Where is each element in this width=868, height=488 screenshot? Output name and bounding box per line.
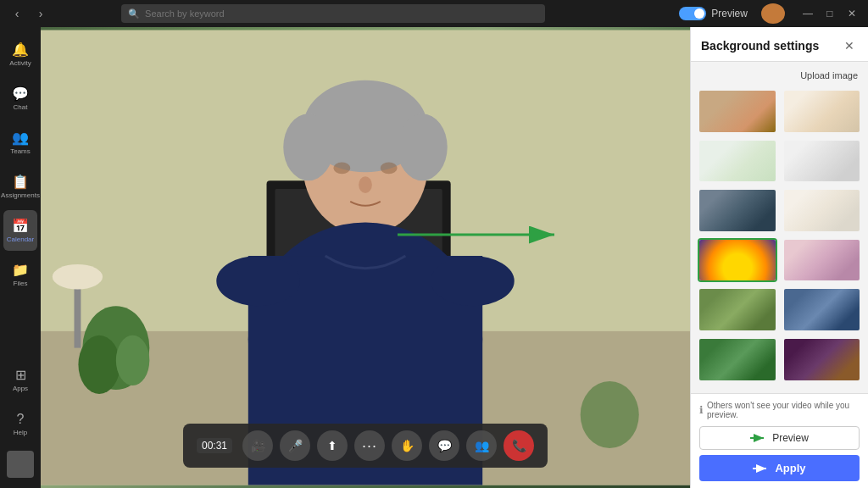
background-settings-panel: Background settings ✕ Upload image <box>690 27 868 488</box>
bg-panel-content: Upload image <box>691 62 868 393</box>
svg-point-5 <box>78 336 120 394</box>
bg-thumb-1[interactable] <box>782 89 862 134</box>
sidebar-item-assignments[interactable]: 📋 Assignments <box>3 166 37 207</box>
sidebar-item-apps[interactable]: ⊞ Apps <box>3 359 37 400</box>
sidebar-bottom-icon[interactable] <box>7 451 34 478</box>
upload-image-button[interactable]: Upload image <box>797 69 861 82</box>
bg-thumb-6[interactable] <box>698 238 777 283</box>
apply-arrow-icon <box>753 463 770 474</box>
bg-thumb-inner-5 <box>784 190 860 231</box>
maximize-button[interactable]: □ <box>821 4 839 23</box>
close-window-button[interactable]: ✕ <box>843 4 861 23</box>
apply-btn-label: Apply <box>775 462 805 474</box>
bg-thumb-inner-8 <box>699 289 776 330</box>
activity-icon: 🔔 <box>12 42 29 58</box>
svg-rect-8 <box>74 281 81 348</box>
bg-thumb-inner-3 <box>784 141 860 182</box>
minimize-button[interactable]: — <box>798 4 817 23</box>
bg-thumb-inner-1 <box>784 91 860 132</box>
bg-thumb-8[interactable] <box>698 287 777 332</box>
preview-toggle-switch[interactable] <box>679 7 706 20</box>
nav-back-button[interactable]: ‹ <box>7 3 27 24</box>
search-icon: 🔍 <box>128 8 140 19</box>
more-options-button[interactable]: ··· <box>354 430 385 461</box>
sidebar-label-help: Help <box>14 429 27 436</box>
participants-button[interactable]: 👥 <box>466 430 497 461</box>
footer-note: ℹ Others won't see your video while you … <box>699 401 860 419</box>
video-button[interactable]: 🎥 <box>242 430 273 461</box>
footer-note-text: Others won't see your video while you pr… <box>707 401 860 419</box>
sidebar: 🔔 Activity 💬 Chat 👥 Teams 📋 Assignments … <box>0 27 41 488</box>
chat-control-button[interactable]: 💬 <box>429 430 459 461</box>
sidebar-label-teams: Teams <box>10 147 31 155</box>
mic-button[interactable]: 🎤 <box>280 430 310 461</box>
window-controls: — □ ✕ <box>798 4 861 23</box>
bg-thumb-7[interactable] <box>782 238 862 283</box>
bg-thumb-inner-0 <box>699 91 776 132</box>
sidebar-item-activity[interactable]: 🔔 Activity <box>3 34 37 75</box>
calendar-icon: 📅 <box>12 218 29 234</box>
sidebar-item-teams[interactable]: 👥 Teams <box>3 122 37 163</box>
sidebar-item-files[interactable]: 📁 Files <box>3 254 37 295</box>
bg-thumb-inner-11 <box>784 339 860 380</box>
help-icon: ? <box>17 412 25 427</box>
bg-thumb-inner-9 <box>784 289 860 330</box>
sidebar-label-calendar: Calendar <box>7 236 34 243</box>
bg-thumb-10[interactable] <box>698 337 777 382</box>
bg-thumb-5[interactable] <box>782 188 862 233</box>
call-timer: 00:31 <box>197 438 232 453</box>
bg-thumb-9[interactable] <box>782 287 862 332</box>
title-bar: ‹ › 🔍 Preview — □ ✕ <box>0 0 868 27</box>
bg-thumb-0[interactable] <box>698 89 777 134</box>
sidebar-label-assignments: Assignments <box>1 191 40 199</box>
sidebar-label-files: Files <box>14 280 28 287</box>
bg-panel-close-button[interactable]: ✕ <box>841 37 858 54</box>
sidebar-item-help[interactable]: ? Help <box>3 403 37 444</box>
preview-button[interactable]: Preview <box>699 426 860 450</box>
nav-forward-button[interactable]: › <box>31 3 51 24</box>
nav-buttons: ‹ › <box>7 3 51 24</box>
files-icon: 📁 <box>12 262 29 278</box>
chat-icon: 💬 <box>12 86 29 102</box>
video-area: 00:31 🎥 🎤 ⬆ ··· ✋ 💬 👥 📞 <box>41 27 690 488</box>
svg-point-13 <box>398 114 448 180</box>
sidebar-label-apps: Apps <box>13 385 28 392</box>
assignments-icon: 📋 <box>12 174 29 190</box>
svg-point-21 <box>431 256 515 306</box>
bg-thumb-inner-7 <box>784 240 860 281</box>
svg-point-16 <box>359 176 372 193</box>
video-frame <box>41 27 690 488</box>
person-video-svg <box>41 27 690 488</box>
sidebar-item-chat[interactable]: 💬 Chat <box>3 78 37 119</box>
preview-arrow-icon <box>750 433 767 443</box>
bg-panel-header: Background settings ✕ <box>691 27 868 62</box>
upload-row: Upload image <box>698 69 861 82</box>
sidebar-item-calendar[interactable]: 📅 Calendar <box>3 210 37 251</box>
main-area: 🔔 Activity 💬 Chat 👥 Teams 📋 Assignments … <box>0 27 868 488</box>
bg-thumb-inner-6 <box>699 240 776 281</box>
apply-button[interactable]: Apply <box>699 455 860 481</box>
teams-icon: 👥 <box>12 130 29 146</box>
bg-thumb-11[interactable] <box>782 337 862 382</box>
svg-point-12 <box>283 114 333 180</box>
info-icon: ℹ <box>699 404 704 416</box>
search-bar: 🔍 <box>121 4 545 23</box>
bg-thumb-2[interactable] <box>698 139 777 184</box>
user-avatar[interactable] <box>761 3 785 24</box>
search-input[interactable] <box>145 8 538 19</box>
svg-point-20 <box>216 256 300 306</box>
raise-hand-button[interactable]: ✋ <box>392 430 422 461</box>
preview-label: Preview <box>711 8 748 19</box>
svg-point-6 <box>116 336 149 385</box>
bg-thumb-4[interactable] <box>698 188 777 233</box>
apps-icon: ⊞ <box>15 367 26 383</box>
preview-btn-label: Preview <box>772 432 809 444</box>
sidebar-label-chat: Chat <box>14 103 28 111</box>
bg-thumb-inner-10 <box>699 339 776 380</box>
bg-thumb-3[interactable] <box>782 139 862 184</box>
svg-point-14 <box>333 162 350 174</box>
bg-thumb-inner-2 <box>699 141 776 182</box>
share-screen-button[interactable]: ⬆ <box>317 430 348 461</box>
end-call-button[interactable]: 📞 <box>504 430 534 461</box>
bg-panel-title: Background settings <box>701 39 819 53</box>
